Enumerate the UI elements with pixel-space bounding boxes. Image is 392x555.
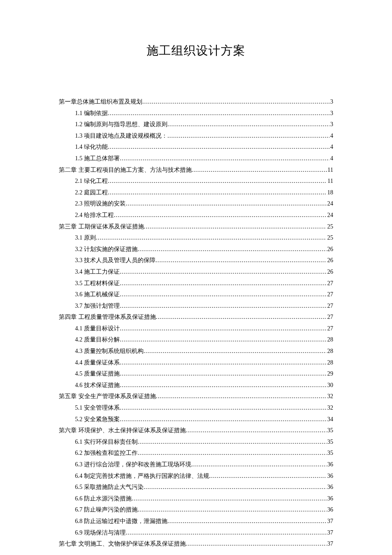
toc-entry-page: 36 (326, 482, 333, 493)
toc-entry-page: 37 (326, 527, 333, 539)
toc-entry-page: 28 (326, 346, 333, 357)
toc-entry[interactable]: 第五章 安全生产管理体系及保证措施32 (59, 391, 333, 402)
toc-entry[interactable]: 2.4 给排水工程24 (59, 210, 333, 221)
toc-leader-dots (144, 482, 326, 493)
toc-leader-dots (120, 289, 326, 301)
toc-entry-page: 34 (326, 414, 333, 425)
toc-leader-dots (186, 538, 327, 550)
toc-entry-page: 24 (326, 198, 333, 210)
toc-entry[interactable]: 6.5 采取措施防止大气污染36 (59, 482, 333, 493)
toc-entry-page: 26 (326, 266, 333, 278)
toc-leader-dots (156, 312, 327, 323)
document-title: 施工组织设计方案 (59, 43, 333, 59)
toc-entry[interactable]: 6.2 加强检查和监控工作35 (59, 448, 333, 459)
toc-entry[interactable]: 3.6 施工机械保证27 (59, 289, 333, 301)
toc-entry-page: 30 (326, 380, 333, 391)
toc-entry-page: 35 (326, 425, 333, 436)
toc-entry[interactable]: 4.6 技术保证措施30 (59, 380, 333, 391)
toc-entry[interactable]: 3.7 加强计划管理27 (59, 301, 333, 312)
toc-entry-label: 第七章 文明施工、文物保护保证体系及保证措施 (59, 538, 186, 550)
toc-leader-dots (142, 96, 329, 108)
toc-entry[interactable]: 1.1 编制依据3 (59, 108, 333, 119)
toc-entry[interactable]: 3.5 工程材料保证27 (59, 278, 333, 289)
toc-leader-dots (120, 153, 329, 165)
toc-leader-dots (138, 504, 326, 516)
toc-entry-page: 24 (326, 210, 333, 221)
toc-entry-page: 25 (326, 232, 333, 244)
toc-entry[interactable]: 4.4 质量保证体系28 (59, 357, 333, 369)
toc-entry[interactable]: 2.2 庭园工程18 (59, 187, 333, 199)
toc-entry[interactable]: 6.3 进行综合治理，保护和改善施工现场环境36 (59, 459, 333, 471)
toc-entry[interactable]: 第三章 工期保证体系及保证措施25 (59, 221, 333, 233)
toc-entry[interactable]: 6.8 防止运输过程中遗撒，泄漏措施37 (59, 516, 333, 527)
toc-entry[interactable]: 1.2 编制原则与指导思想、建设原则3 (59, 119, 333, 130)
toc-leader-dots (108, 108, 329, 119)
toc-entry[interactable]: 6.4 制定完善技术措施，严格执行国家的法律、法规36 (59, 471, 333, 482)
toc-entry-label: 6.5 采取措施防止大气污染 (75, 482, 144, 493)
toc-leader-dots (120, 380, 326, 391)
toc-entry[interactable]: 3.1 原则25 (59, 232, 333, 244)
toc-leader-dots (156, 255, 326, 266)
toc-entry-page: 27 (326, 301, 333, 312)
toc-leader-dots (120, 334, 326, 346)
toc-entry-page: 25 (326, 221, 333, 233)
toc-leader-dots (108, 176, 327, 187)
toc-leader-dots (186, 425, 327, 436)
toc-entry-label: 第二章 主要工程项目的施工方案、方法与技术措施 (59, 165, 192, 176)
toc-entry[interactable]: 1.4 绿化功能4 (59, 142, 333, 153)
toc-leader-dots (126, 527, 326, 539)
toc-entry[interactable]: 5.2 安全紧急预案34 (59, 414, 333, 425)
toc-leader-dots (144, 221, 327, 233)
toc-entry-label: 3.4 施工工力保证 (75, 266, 120, 278)
toc-entry-label: 6.4 制定完善技术措施，严格执行国家的法律、法规 (75, 471, 209, 482)
toc-entry-page: 36 (326, 504, 333, 516)
toc-entry-label: 2.1 绿化工程 (75, 176, 108, 187)
toc-entry[interactable]: 5.1 安全管理体系32 (59, 402, 333, 414)
toc-entry[interactable]: 1.5 施工总体部署4 (59, 153, 333, 165)
toc-entry-page: 29 (326, 368, 333, 380)
toc-entry[interactable]: 第六章 环境保护、水土保持保证体系及保证措施35 (59, 425, 333, 436)
toc-entry[interactable]: 第四章 工程质量管理体系及保证措施27 (59, 312, 333, 323)
toc-entry-label: 6.2 加强检查和监控工作 (75, 448, 138, 459)
toc-entry[interactable]: 4.2 质量目标分解28 (59, 334, 333, 346)
toc-entry[interactable]: 3.2 计划实施的保证措施26 (59, 244, 333, 255)
toc-leader-dots (192, 165, 327, 176)
toc-entry[interactable]: 6.7 防止噪声污染的措施36 (59, 504, 333, 516)
toc-entry[interactable]: 第一章总体施工组织布置及规划3 (59, 96, 333, 108)
toc-entry[interactable]: 2.3 照明设施的安装24 (59, 198, 333, 210)
toc-entry-label: 5.2 安全紧急预案 (75, 414, 120, 425)
toc-leader-dots (138, 448, 326, 459)
toc-leader-dots (167, 130, 329, 142)
toc-entry[interactable]: 6.6 防止水源污染措施36 (59, 493, 333, 505)
toc-leader-dots (120, 402, 326, 414)
toc-entry[interactable]: 4.1 质量目标设计27 (59, 323, 333, 335)
toc-leader-dots (209, 471, 326, 482)
table-of-contents: 第一章总体施工组织布置及规划31.1 编制依据31.2 编制原则与指导思想、建设… (59, 96, 333, 550)
toc-entry[interactable]: 第二章 主要工程项目的施工方案、方法与技术措施11 (59, 165, 333, 176)
toc-entry[interactable]: 1.3 项目建设地点及建设规模概况：4 (59, 130, 333, 142)
toc-entry[interactable]: 第七章 文明施工、文物保护保证体系及保证措施37 (59, 538, 333, 550)
toc-entry[interactable]: 6.9 现场保洁与清理37 (59, 527, 333, 539)
toc-leader-dots (167, 516, 326, 527)
toc-leader-dots (120, 266, 326, 278)
toc-leader-dots (120, 414, 326, 425)
toc-entry-page: 27 (326, 312, 333, 323)
toc-entry-page: 35 (326, 448, 333, 459)
toc-leader-dots (138, 244, 326, 255)
toc-entry[interactable]: 3.3 技术人员及管理人员的保障26 (59, 255, 333, 266)
toc-entry-page: 4 (329, 153, 333, 165)
toc-entry-page: 37 (326, 516, 333, 527)
toc-entry-page: 36 (326, 493, 333, 505)
toc-entry-label: 3.1 原则 (75, 232, 96, 244)
toc-entry-page: 27 (326, 289, 333, 301)
toc-entry[interactable]: 2.1 绿化工程11 (59, 176, 333, 187)
toc-leader-dots (108, 142, 329, 153)
toc-entry-label: 3.6 施工机械保证 (75, 289, 120, 301)
toc-entry[interactable]: 6.1 实行环保目标责任制35 (59, 436, 333, 448)
toc-leader-dots (120, 278, 326, 289)
toc-entry-label: 3.2 计划实施的保证措施 (75, 244, 138, 255)
toc-entry[interactable]: 4.5 质量保证措施29 (59, 368, 333, 380)
toc-entry-label: 2.4 给排水工程 (75, 210, 114, 221)
toc-entry[interactable]: 4.3 质量控制系统组织机构28 (59, 346, 333, 357)
toc-entry[interactable]: 3.4 施工工力保证26 (59, 266, 333, 278)
